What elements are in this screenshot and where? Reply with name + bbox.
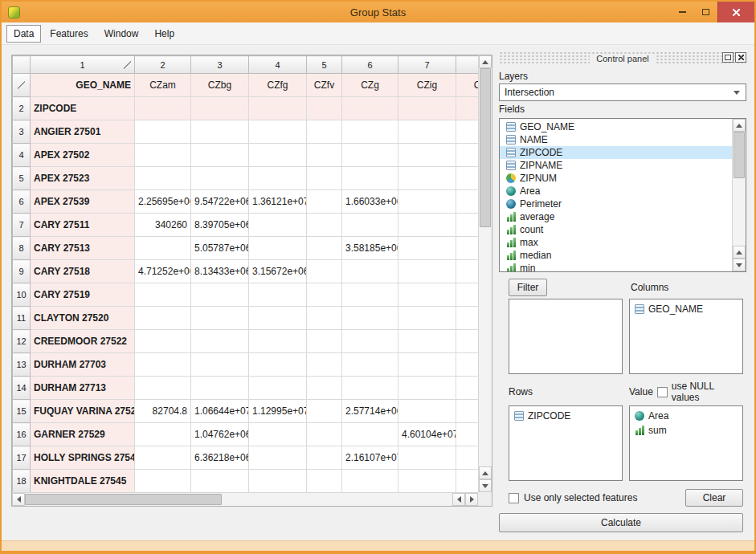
grid-cell[interactable] bbox=[398, 330, 456, 353]
item-ZIPNAME[interactable]: ZIPNAME bbox=[500, 159, 732, 172]
scroll-down-button[interactable] bbox=[733, 259, 746, 271]
item-max[interactable]: max bbox=[500, 236, 732, 249]
control-panel-header[interactable]: Control panel bbox=[499, 52, 746, 64]
field-header-CZbg[interactable]: CZbg bbox=[191, 74, 249, 97]
column-header-8[interactable]: 8 bbox=[456, 56, 479, 74]
scroll-down-button[interactable] bbox=[479, 479, 492, 492]
item-GEO_NAME[interactable]: GEO_NAME bbox=[500, 120, 732, 133]
grid-cell[interactable] bbox=[135, 97, 191, 120]
grid-cell[interactable] bbox=[456, 470, 479, 493]
grid-cell[interactable] bbox=[456, 214, 479, 237]
grid-cell[interactable] bbox=[398, 400, 456, 423]
row-header-9[interactable]: 9 bbox=[13, 260, 31, 283]
row-name-18[interactable]: KNIGHTDALE 27545 bbox=[31, 470, 135, 493]
grid-cell[interactable] bbox=[249, 120, 307, 144]
filter-button[interactable]: Filter bbox=[509, 279, 547, 296]
grid-cell[interactable] bbox=[135, 470, 191, 493]
grid-cell[interactable] bbox=[307, 307, 342, 330]
close-panel-button[interactable] bbox=[735, 52, 746, 63]
column-header-1[interactable]: 1 bbox=[31, 56, 135, 74]
grid-cell[interactable] bbox=[342, 144, 398, 167]
vscroll-thumb[interactable] bbox=[480, 68, 491, 227]
row-name-17[interactable]: HOLLY SPRINGS 27540 bbox=[31, 446, 135, 470]
minimize-button[interactable] bbox=[671, 2, 694, 22]
grid-cell[interactable] bbox=[456, 330, 479, 353]
column-header-2[interactable]: 2 bbox=[135, 56, 191, 74]
hscroll-thumb[interactable] bbox=[25, 494, 222, 505]
grid-cell[interactable] bbox=[342, 214, 398, 237]
grid-cell[interactable]: 82704.8 bbox=[135, 400, 191, 423]
title-bar[interactable]: Group Stats bbox=[2, 2, 754, 22]
grid-cell[interactable] bbox=[249, 353, 307, 377]
column-header-6[interactable]: 6 bbox=[342, 56, 398, 74]
grid-cell[interactable] bbox=[135, 167, 191, 190]
grid-cell[interactable]: 4.60104e+07 bbox=[398, 423, 456, 446]
fields-list-scrollbar[interactable] bbox=[732, 119, 746, 271]
row-header-17[interactable]: 17 bbox=[13, 446, 31, 470]
float-panel-button[interactable] bbox=[722, 52, 734, 63]
row-header-1[interactable] bbox=[13, 74, 31, 97]
row-name-10[interactable]: CARY 27519 bbox=[31, 283, 135, 307]
grid-cell[interactable] bbox=[307, 470, 342, 493]
grid-cell[interactable] bbox=[135, 353, 191, 377]
row-name-6[interactable]: APEX 27539 bbox=[31, 190, 135, 214]
grid-cell[interactable] bbox=[191, 330, 249, 353]
item-Area[interactable]: Area bbox=[500, 185, 732, 198]
grid-cell[interactable]: 1.66033e+06 bbox=[342, 190, 398, 214]
grid-cell[interactable] bbox=[456, 260, 479, 283]
grid-cell[interactable] bbox=[307, 167, 342, 190]
list-scroll-track[interactable] bbox=[733, 132, 746, 246]
column-header-5[interactable]: 5 bbox=[307, 56, 342, 74]
scroll-up-button-alt[interactable] bbox=[733, 246, 746, 259]
grid-cell[interactable]: 1.04762e+06 bbox=[191, 423, 249, 446]
column-header-3[interactable]: 3 bbox=[191, 56, 249, 74]
grid-cell[interactable] bbox=[342, 167, 398, 190]
grid-cell[interactable] bbox=[191, 283, 249, 307]
column-header-4[interactable]: 4 bbox=[249, 56, 307, 74]
item-ZIPCODE[interactable]: ZIPCODE bbox=[512, 409, 619, 422]
grid-cell[interactable] bbox=[398, 377, 456, 400]
grid-cell[interactable] bbox=[456, 400, 479, 423]
row-name-4[interactable]: APEX 27502 bbox=[31, 144, 135, 167]
grid-cell[interactable] bbox=[456, 167, 479, 190]
grid-cell[interactable] bbox=[342, 120, 398, 144]
grid-cell[interactable] bbox=[249, 283, 307, 307]
grid-cell[interactable] bbox=[398, 190, 456, 214]
grid-cell[interactable] bbox=[249, 237, 307, 260]
value-box[interactable]: Areasum bbox=[629, 405, 743, 481]
item-Area[interactable]: Area bbox=[632, 409, 740, 422]
field-header-CZg[interactable]: CZg bbox=[342, 74, 398, 97]
filter-box[interactable] bbox=[509, 299, 623, 374]
row-name-7[interactable]: CARY 27511 bbox=[31, 214, 135, 237]
grid-cell[interactable] bbox=[135, 283, 191, 307]
grid-cell[interactable] bbox=[398, 353, 456, 377]
grid-cell[interactable] bbox=[191, 167, 249, 190]
grid-cell[interactable]: 1.36121e+07 bbox=[249, 190, 307, 214]
grid-cell[interactable] bbox=[456, 283, 479, 307]
scroll-left-button-alt[interactable] bbox=[452, 493, 465, 506]
grid-cell[interactable] bbox=[307, 283, 342, 307]
grid-cell[interactable] bbox=[135, 120, 191, 144]
grid-cell[interactable] bbox=[342, 353, 398, 377]
row-name-2[interactable]: ZIPCODE bbox=[31, 97, 135, 120]
grid-cell[interactable] bbox=[342, 97, 398, 120]
grid-cell[interactable] bbox=[307, 120, 342, 144]
item-sum[interactable]: sum bbox=[632, 424, 740, 437]
grid-cell[interactable]: 2.16107e+07 bbox=[342, 446, 398, 470]
grid-cell[interactable] bbox=[398, 237, 456, 260]
row-name-8[interactable]: CARY 27513 bbox=[31, 237, 135, 260]
layer-combobox[interactable]: Intersection bbox=[499, 84, 746, 101]
row-header-13[interactable]: 13 bbox=[13, 353, 31, 377]
row-name-12[interactable]: CREEDMOOR 27522 bbox=[31, 330, 135, 353]
row-name-14[interactable]: DURHAM 27713 bbox=[31, 377, 135, 400]
item-GEO_NAME[interactable]: GEO_NAME bbox=[632, 303, 740, 316]
scroll-up-button[interactable] bbox=[479, 55, 492, 68]
grid-cell[interactable] bbox=[191, 97, 249, 120]
grid-cell[interactable] bbox=[342, 470, 398, 493]
item-median[interactable]: median bbox=[500, 249, 732, 262]
calculate-button[interactable]: Calculate bbox=[499, 513, 743, 532]
list-scroll-thumb[interactable] bbox=[734, 132, 745, 178]
row-header-15[interactable]: 15 bbox=[13, 400, 31, 423]
grid-cell[interactable] bbox=[398, 307, 456, 330]
grid-cell[interactable] bbox=[456, 190, 479, 214]
